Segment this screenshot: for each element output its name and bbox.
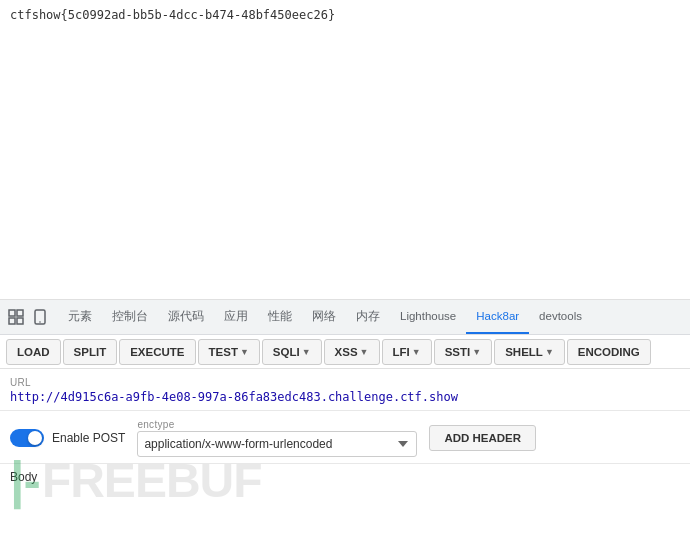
tab-lighthouse[interactable]: Lighthouse (390, 300, 466, 334)
enable-post-toggle[interactable] (10, 429, 44, 447)
tab-memory[interactable]: 内存 (346, 300, 390, 334)
lfi-button[interactable]: LFI ▼ (382, 339, 432, 365)
tab-console[interactable]: 控制台 (102, 300, 158, 334)
enctype-select[interactable]: application/x-www-form-urlencoded multip… (137, 431, 417, 457)
ctf-flag-text: ctfshow{5c0992ad-bb5b-4dcc-b474-48bf450e… (10, 8, 335, 22)
enable-post-label: Enable POST (52, 431, 125, 445)
devtools-tab-list: 元素 控制台 源代码 应用 性能 网络 内存 Lighthouse Hack8a… (58, 300, 592, 334)
tab-devtools[interactable]: devtools (529, 300, 592, 334)
devtools-icons (6, 307, 50, 327)
tab-application[interactable]: 应用 (214, 300, 258, 334)
svg-rect-0 (9, 310, 15, 316)
enctype-label: enctype (137, 419, 417, 430)
sqli-button[interactable]: SQLI ▼ (262, 339, 322, 365)
url-label: URL (10, 377, 680, 388)
svg-rect-2 (9, 318, 15, 324)
lfi-arrow: ▼ (412, 347, 421, 357)
tab-performance[interactable]: 性能 (258, 300, 302, 334)
svg-rect-3 (17, 318, 23, 324)
svg-point-5 (39, 321, 41, 323)
inspect-icon[interactable] (6, 307, 26, 327)
test-button[interactable]: TEST ▼ (198, 339, 260, 365)
ssti-button[interactable]: SSTI ▼ (434, 339, 492, 365)
load-button[interactable]: LOAD (6, 339, 61, 365)
enctype-wrapper: enctype application/x-www-form-urlencode… (137, 419, 417, 457)
content-area: ctfshow{5c0992ad-bb5b-4dcc-b474-48bf450e… (0, 0, 690, 300)
add-header-button[interactable]: ADD HEADER (429, 425, 536, 451)
svg-rect-1 (17, 310, 23, 316)
hackbar-toolbar: LOAD SPLIT EXECUTE TEST ▼ SQLI ▼ XSS ▼ L… (0, 335, 690, 369)
enable-post-toggle-wrapper: Enable POST (10, 429, 125, 447)
xss-button[interactable]: XSS ▼ (324, 339, 380, 365)
tab-network[interactable]: 网络 (302, 300, 346, 334)
tab-hack8ar[interactable]: Hack8ar (466, 300, 529, 334)
url-section: URL http://4d915c6a-a9fb-4e08-997a-86fa8… (0, 369, 690, 411)
test-arrow: ▼ (240, 347, 249, 357)
xss-arrow: ▼ (360, 347, 369, 357)
tab-elements[interactable]: 元素 (58, 300, 102, 334)
execute-button[interactable]: EXECUTE (119, 339, 195, 365)
split-button[interactable]: SPLIT (63, 339, 118, 365)
url-value: http://4d915c6a-a9fb-4e08-997a-86fa83edc… (10, 390, 680, 404)
devtools-tabs-bar: 元素 控制台 源代码 应用 性能 网络 内存 Lighthouse Hack8a… (0, 300, 690, 335)
post-section: Enable POST enctype application/x-www-fo… (0, 411, 690, 464)
shell-button[interactable]: SHELL ▼ (494, 339, 565, 365)
body-label: Body (10, 470, 37, 484)
body-section: Body (0, 464, 690, 490)
shell-arrow: ▼ (545, 347, 554, 357)
enctype-select-wrapper: application/x-www-form-urlencoded multip… (137, 431, 417, 457)
ssti-arrow: ▼ (472, 347, 481, 357)
mobile-icon[interactable] (30, 307, 50, 327)
tab-source[interactable]: 源代码 (158, 300, 214, 334)
encoding-button[interactable]: ENCODING (567, 339, 651, 365)
sqli-arrow: ▼ (302, 347, 311, 357)
